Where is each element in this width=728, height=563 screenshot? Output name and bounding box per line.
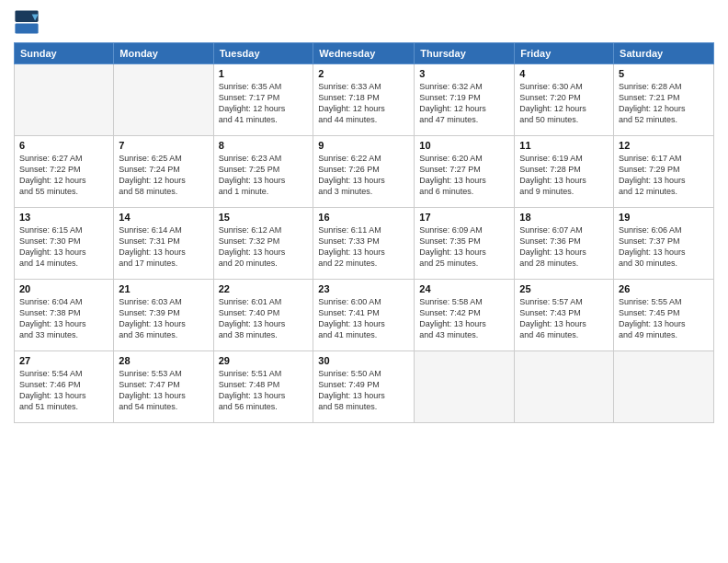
- calendar-cell: 11Sunrise: 6:19 AM Sunset: 7:28 PM Dayli…: [515, 136, 614, 208]
- day-info: Sunrise: 6:07 AM Sunset: 7:36 PM Dayligh…: [519, 224, 609, 270]
- calendar-cell: 17Sunrise: 6:09 AM Sunset: 7:35 PM Dayli…: [415, 208, 515, 280]
- calendar-cell: 18Sunrise: 6:07 AM Sunset: 7:36 PM Dayli…: [515, 208, 614, 280]
- day-info: Sunrise: 6:35 AM Sunset: 7:17 PM Dayligh…: [219, 81, 309, 126]
- day-info: Sunrise: 6:09 AM Sunset: 7:35 PM Dayligh…: [419, 224, 509, 270]
- calendar-cell: 29Sunrise: 5:51 AM Sunset: 7:48 PM Dayli…: [213, 351, 313, 423]
- calendar-cell: 1Sunrise: 6:35 AM Sunset: 7:17 PM Daylig…: [213, 64, 313, 136]
- week-row-2: 13Sunrise: 6:15 AM Sunset: 7:30 PM Dayli…: [15, 208, 714, 280]
- day-info: Sunrise: 5:54 AM Sunset: 7:46 PM Dayligh…: [19, 368, 108, 413]
- day-info: Sunrise: 5:51 AM Sunset: 7:48 PM Dayligh…: [219, 368, 309, 413]
- week-row-1: 6Sunrise: 6:27 AM Sunset: 7:22 PM Daylig…: [15, 136, 714, 208]
- calendar-body: 1Sunrise: 6:35 AM Sunset: 7:17 PM Daylig…: [15, 64, 714, 423]
- day-header-friday: Friday: [515, 43, 614, 64]
- header: [14, 9, 714, 35]
- day-number: 20: [19, 283, 108, 294]
- week-row-4: 27Sunrise: 5:54 AM Sunset: 7:46 PM Dayli…: [15, 351, 714, 423]
- day-info: Sunrise: 6:25 AM Sunset: 7:24 PM Dayligh…: [119, 153, 208, 198]
- calendar-cell: 23Sunrise: 6:00 AM Sunset: 7:41 PM Dayli…: [313, 280, 415, 351]
- calendar-cell: 24Sunrise: 5:58 AM Sunset: 7:42 PM Dayli…: [415, 280, 515, 351]
- day-number: 29: [219, 355, 309, 366]
- calendar-cell: [15, 64, 114, 136]
- day-number: 5: [619, 68, 709, 79]
- day-header-tuesday: Tuesday: [213, 43, 313, 64]
- day-info: Sunrise: 5:57 AM Sunset: 7:43 PM Dayligh…: [519, 296, 609, 341]
- day-info: Sunrise: 6:11 AM Sunset: 7:33 PM Dayligh…: [318, 224, 409, 270]
- svg-rect-1: [15, 23, 38, 33]
- day-info: Sunrise: 6:32 AM Sunset: 7:19 PM Dayligh…: [419, 81, 509, 126]
- day-info: Sunrise: 6:19 AM Sunset: 7:28 PM Dayligh…: [519, 153, 609, 198]
- calendar-cell: 12Sunrise: 6:17 AM Sunset: 7:29 PM Dayli…: [614, 136, 714, 208]
- calendar-cell: 28Sunrise: 5:53 AM Sunset: 7:47 PM Dayli…: [114, 351, 213, 423]
- day-number: 28: [119, 355, 208, 366]
- day-info: Sunrise: 5:53 AM Sunset: 7:47 PM Dayligh…: [119, 368, 208, 413]
- day-number: 14: [119, 212, 208, 223]
- day-info: Sunrise: 6:33 AM Sunset: 7:18 PM Dayligh…: [318, 81, 409, 126]
- day-info: Sunrise: 6:28 AM Sunset: 7:21 PM Dayligh…: [619, 81, 709, 126]
- day-number: 4: [519, 68, 609, 79]
- day-number: 17: [419, 212, 509, 223]
- day-number: 8: [219, 140, 309, 151]
- day-number: 10: [419, 140, 509, 151]
- day-info: Sunrise: 5:58 AM Sunset: 7:42 PM Dayligh…: [419, 296, 509, 341]
- calendar-cell: 21Sunrise: 6:03 AM Sunset: 7:39 PM Dayli…: [114, 280, 213, 351]
- calendar-cell: 20Sunrise: 6:04 AM Sunset: 7:38 PM Dayli…: [15, 280, 114, 351]
- calendar-cell: 10Sunrise: 6:20 AM Sunset: 7:27 PM Dayli…: [415, 136, 515, 208]
- day-header-saturday: Saturday: [614, 43, 714, 64]
- calendar-cell: 5Sunrise: 6:28 AM Sunset: 7:21 PM Daylig…: [614, 64, 714, 136]
- calendar-cell: [515, 351, 614, 423]
- page: SundayMondayTuesdayWednesdayThursdayFrid…: [0, 0, 728, 563]
- day-number: 19: [619, 212, 709, 223]
- day-header-monday: Monday: [114, 43, 213, 64]
- day-header-wednesday: Wednesday: [313, 43, 415, 64]
- day-number: 3: [419, 68, 509, 79]
- day-info: Sunrise: 6:00 AM Sunset: 7:41 PM Dayligh…: [318, 296, 409, 341]
- day-info: Sunrise: 6:01 AM Sunset: 7:40 PM Dayligh…: [219, 296, 309, 341]
- day-number: 30: [318, 355, 409, 366]
- calendar-cell: 4Sunrise: 6:30 AM Sunset: 7:20 PM Daylig…: [515, 64, 614, 136]
- day-number: 15: [219, 212, 309, 223]
- day-number: 26: [619, 283, 709, 294]
- header-row: SundayMondayTuesdayWednesdayThursdayFrid…: [15, 43, 714, 64]
- day-info: Sunrise: 6:22 AM Sunset: 7:26 PM Dayligh…: [318, 153, 409, 198]
- day-number: 18: [519, 212, 609, 223]
- calendar-cell: [614, 351, 714, 423]
- calendar-cell: 25Sunrise: 5:57 AM Sunset: 7:43 PM Dayli…: [515, 280, 614, 351]
- day-info: Sunrise: 6:20 AM Sunset: 7:27 PM Dayligh…: [419, 153, 509, 198]
- day-info: Sunrise: 6:12 AM Sunset: 7:32 PM Dayligh…: [219, 224, 309, 270]
- calendar-cell: 13Sunrise: 6:15 AM Sunset: 7:30 PM Dayli…: [15, 208, 114, 280]
- calendar-cell: 8Sunrise: 6:23 AM Sunset: 7:25 PM Daylig…: [213, 136, 313, 208]
- day-number: 6: [19, 140, 108, 151]
- day-info: Sunrise: 6:17 AM Sunset: 7:29 PM Dayligh…: [619, 153, 709, 198]
- day-number: 11: [519, 140, 609, 151]
- calendar-cell: 15Sunrise: 6:12 AM Sunset: 7:32 PM Dayli…: [213, 208, 313, 280]
- day-info: Sunrise: 6:04 AM Sunset: 7:38 PM Dayligh…: [19, 296, 108, 341]
- day-number: 21: [119, 283, 208, 294]
- day-number: 25: [519, 283, 609, 294]
- calendar-header: SundayMondayTuesdayWednesdayThursdayFrid…: [15, 43, 714, 64]
- day-number: 1: [219, 68, 309, 79]
- calendar-cell: 9Sunrise: 6:22 AM Sunset: 7:26 PM Daylig…: [313, 136, 415, 208]
- day-info: Sunrise: 6:06 AM Sunset: 7:37 PM Dayligh…: [619, 224, 709, 270]
- day-header-sunday: Sunday: [15, 43, 114, 64]
- week-row-0: 1Sunrise: 6:35 AM Sunset: 7:17 PM Daylig…: [15, 64, 714, 136]
- calendar-cell: 16Sunrise: 6:11 AM Sunset: 7:33 PM Dayli…: [313, 208, 415, 280]
- calendar-cell: 6Sunrise: 6:27 AM Sunset: 7:22 PM Daylig…: [15, 136, 114, 208]
- calendar-cell: 30Sunrise: 5:50 AM Sunset: 7:49 PM Dayli…: [313, 351, 415, 423]
- day-number: 9: [318, 140, 409, 151]
- day-info: Sunrise: 6:23 AM Sunset: 7:25 PM Dayligh…: [219, 153, 309, 198]
- day-number: 16: [318, 212, 409, 223]
- calendar-cell: 2Sunrise: 6:33 AM Sunset: 7:18 PM Daylig…: [313, 64, 415, 136]
- day-info: Sunrise: 5:55 AM Sunset: 7:45 PM Dayligh…: [619, 296, 709, 341]
- day-number: 13: [19, 212, 108, 223]
- day-number: 24: [419, 283, 509, 294]
- day-info: Sunrise: 6:14 AM Sunset: 7:31 PM Dayligh…: [119, 224, 208, 270]
- day-info: Sunrise: 6:15 AM Sunset: 7:30 PM Dayligh…: [19, 224, 108, 270]
- day-number: 22: [219, 283, 309, 294]
- calendar: SundayMondayTuesdayWednesdayThursdayFrid…: [14, 42, 714, 423]
- calendar-cell: 14Sunrise: 6:14 AM Sunset: 7:31 PM Dayli…: [114, 208, 213, 280]
- calendar-cell: 19Sunrise: 6:06 AM Sunset: 7:37 PM Dayli…: [614, 208, 714, 280]
- day-number: 7: [119, 140, 208, 151]
- calendar-cell: 22Sunrise: 6:01 AM Sunset: 7:40 PM Dayli…: [213, 280, 313, 351]
- day-number: 12: [619, 140, 709, 151]
- calendar-cell: [114, 64, 213, 136]
